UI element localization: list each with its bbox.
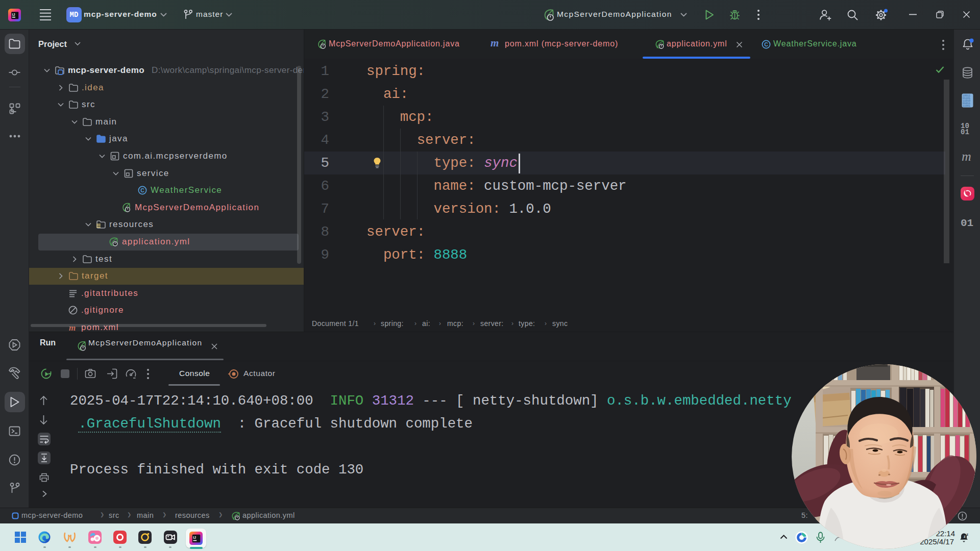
svg-text:m: m: [962, 150, 971, 164]
svg-text:IJ: IJ: [193, 536, 196, 539]
svg-text:z: z: [964, 534, 966, 539]
svg-text:IJ: IJ: [12, 13, 15, 16]
svg-text:11001: 11001: [963, 105, 970, 108]
svg-text:m: m: [491, 38, 499, 48]
svg-text:z: z: [967, 533, 969, 536]
